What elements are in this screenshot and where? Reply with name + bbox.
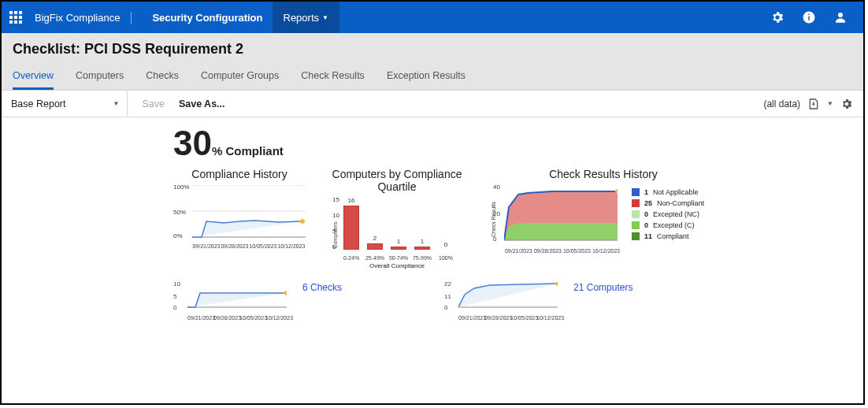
area-plot [504,185,618,242]
main-content: 30% Compliant Compliance History 100% 50… [2,117,863,321]
report-toolbar: Base Report ▼ Save Save As... (all data)… [2,91,863,117]
report-selector-label: Base Report [11,98,65,109]
top-navbar: BigFix Compliance Security Configuration… [2,2,863,33]
xtick: 09/28/2023 [221,243,249,249]
line-plot [192,185,306,239]
bar-value: 1 [391,238,406,245]
xtick: 09/28/2023 [484,315,510,321]
y-axis-label: Check Results [491,202,496,237]
tab-computers[interactable]: Computers [76,65,124,90]
legend-item: 0Excepted (NC) [632,209,704,220]
svg-point-7 [300,219,305,224]
ytick: 10 [173,280,180,287]
legend: 1Not Applicable 25Non-Compliant 0Excepte… [632,168,704,254]
xtick: 09/21/2023 [187,315,213,321]
ytick: 0 [173,304,176,311]
computers-link[interactable]: 21 Computers [573,282,632,293]
reports-menu-label: Reports [284,12,320,24]
ytick: 40 [493,184,500,191]
svg-point-13 [284,291,287,295]
compliance-headline: 30% Compliant [173,124,848,163]
report-selector[interactable]: Base Report ▼ [11,91,128,117]
scope-label: (all data) [763,98,800,109]
xtick: 10/12/2023 [592,248,621,254]
tab-exception-results[interactable]: Exception Results [387,65,466,90]
chart-computers-spark[interactable]: 22 11 0 09/21/2023 09/28/2023 10/05/2023 [444,282,632,321]
xtick: 09/28/2023 [533,248,562,254]
svg-marker-9 [504,223,618,240]
chart-computers-by-quartile[interactable]: Computers by Compliance Quartile Compute… [326,168,468,269]
bar [343,206,359,250]
chart-compliance-history[interactable]: Compliance History 100% 50% 0% 09/21/202… [173,168,306,249]
ytick: 5 [332,228,336,235]
ytick: 50% [173,209,186,216]
xtick: 75-99% [412,255,432,261]
caret-down-icon: ▼ [322,14,328,21]
line-plot [458,282,558,309]
tab-check-results[interactable]: Check Results [301,65,365,90]
ytick: 5 [173,293,176,300]
xtick: 09/21/2023 [458,315,484,321]
xtick: 50-74% [388,255,409,261]
ytick: 20 [493,210,500,217]
reports-menu[interactable]: Reports ▼ [273,2,339,33]
xtick: 10/05/2023 [562,248,592,254]
page-header: Checklist: PCI DSS Requirement 2 Overvie… [2,33,863,91]
xtick: 09/28/2023 [213,315,239,321]
xtick: 09/21/2023 [504,248,533,254]
compliance-percent: 30 [173,124,212,163]
caret-down-icon: ▼ [113,100,119,107]
xtick: 10/12/2023 [265,315,291,321]
ytick: 22 [444,280,451,287]
ytick: 10 [332,212,339,219]
chart-check-results-history[interactable]: Check Results History Check Results 40 2… [488,168,704,254]
tab-checks[interactable]: Checks [146,65,179,90]
xtick: 0-24% [341,255,362,261]
bar-value: 2 [367,235,383,242]
checks-link[interactable]: 6 Checks [302,282,342,293]
ytick: 0 [444,304,447,311]
legend-item: 1Not Applicable [632,187,704,198]
svg-rect-2 [808,14,810,16]
xtick: 10/05/2023 [249,243,277,249]
bar [367,243,383,250]
chart-checks-spark[interactable]: 10 5 0 09/21/2023 09/28/2023 10/05/2023 [173,282,342,321]
chart-title: Computers by Compliance Quartile [326,168,468,193]
save-button: Save [142,98,165,109]
tab-computer-groups[interactable]: Computer Groups [201,65,279,90]
save-as-button[interactable]: Save As... [179,98,225,109]
svg-point-15 [555,282,558,286]
bar-value: 16 [343,197,359,204]
user-icon[interactable] [833,10,848,24]
xtick: 10/12/2023 [536,315,562,321]
bar-value: 0 [438,241,454,248]
export-icon[interactable] [807,97,821,111]
ytick: 0 [493,236,496,243]
bar-value: 1 [414,238,430,245]
ytick: 0 [332,243,336,250]
xtick: 10/05/2023 [239,315,265,321]
module-name[interactable]: Security Configuration [143,12,272,24]
ytick: 100% [173,184,189,191]
xtick: 25-49% [365,255,385,261]
svg-rect-1 [808,17,810,20]
bar [414,247,430,250]
x-axis-label: Overall Compliance [326,262,468,269]
tab-overview[interactable]: Overview [13,65,54,90]
svg-point-3 [838,13,843,17]
compliance-pct-sign: % [212,144,222,158]
ytick: 11 [444,293,451,300]
gear-icon[interactable] [840,97,854,111]
info-icon[interactable] [802,10,816,24]
xtick: 10/05/2023 [510,315,536,321]
tabs: Overview Computers Checks Computer Group… [13,65,852,90]
page-title: Checklist: PCI DSS Requirement 2 [13,41,852,57]
app-launcher-icon[interactable] [9,11,22,24]
line-plot [187,282,287,309]
product-name[interactable]: BigFix Compliance [35,12,132,24]
xtick: 09/21/2023 [192,243,221,249]
xtick: 10/12/2023 [277,243,306,249]
caret-down-icon[interactable]: ▼ [827,100,833,107]
gear-icon[interactable] [770,10,785,24]
legend-item: 0Excepted (C) [632,220,704,231]
